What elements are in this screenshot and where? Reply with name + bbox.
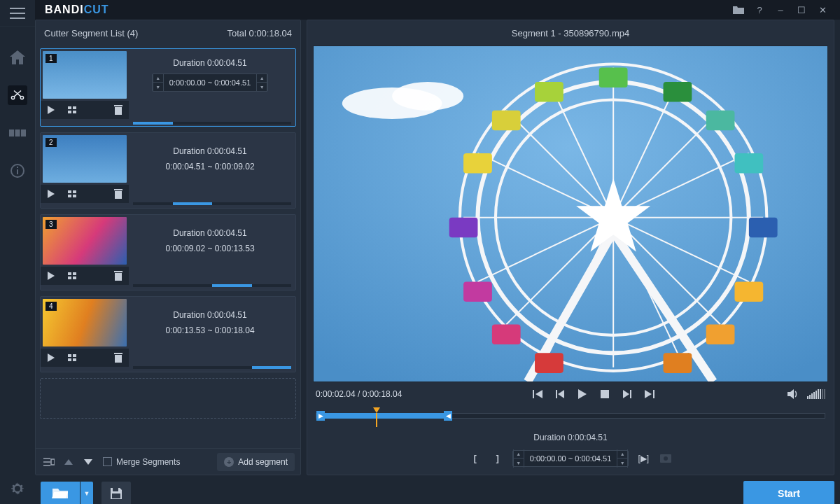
play-button[interactable] <box>574 386 591 402</box>
mark-in-button[interactable]: [ <box>468 451 483 466</box>
empty-segment-slot[interactable] <box>40 378 296 419</box>
segment-thumbnail[interactable]: 4 <box>43 299 127 346</box>
svg-rect-48 <box>449 218 478 238</box>
volume-level[interactable] <box>807 389 825 399</box>
svg-rect-3 <box>15 130 20 136</box>
preview-title: Segment 1 - 350896790.mp4 <box>307 20 834 46</box>
start-button[interactable]: Start <box>743 481 834 504</box>
svg-point-61 <box>664 456 668 461</box>
merge-segments-checkbox[interactable]: Merge Segments <box>103 457 180 467</box>
segment-item[interactable]: 3 Duration 0:00:04.51 0:00:09.02 ~ 0:00:… <box>40 214 296 290</box>
open-file-dropdown[interactable]: ▼ <box>80 482 93 504</box>
svg-rect-58 <box>630 390 631 398</box>
video-preview[interactable] <box>313 46 828 382</box>
segment-grid-button[interactable] <box>62 267 83 285</box>
segment-grid-button[interactable] <box>62 185 83 203</box>
svg-rect-43 <box>749 218 778 238</box>
add-segment-label: Add segment <box>238 457 288 467</box>
segment-grid-button[interactable] <box>62 349 83 367</box>
segment-index: 4 <box>46 302 57 311</box>
svg-rect-47 <box>463 281 492 302</box>
svg-rect-22 <box>68 276 71 279</box>
preview-duration: Duration 0:00:04.51 <box>307 428 834 447</box>
range-start-handle[interactable]: ▶ <box>316 411 325 421</box>
move-down-icon[interactable] <box>80 454 96 470</box>
segment-delete-button[interactable] <box>108 267 129 285</box>
svg-rect-6 <box>17 169 18 174</box>
chev-up-icon[interactable]: ▲ <box>153 74 164 83</box>
segment-range-input[interactable]: ▲▼ 0:00:00.00 ~ 0:00:04.51 ▲▼ <box>152 74 269 92</box>
settings-icon[interactable] <box>8 484 27 504</box>
open-file-button[interactable] <box>41 482 80 504</box>
segment-item[interactable]: 1 Duration 0:00:04.51 ▲▼ 0:00:00.00 ~ 0:… <box>40 48 296 127</box>
cut-icon[interactable] <box>8 85 27 105</box>
maximize-button[interactable]: ☐ <box>791 0 812 20</box>
segment-delete-button[interactable] <box>108 185 129 203</box>
close-button[interactable]: ✕ <box>812 0 833 20</box>
chev-down-icon[interactable]: ▼ <box>256 83 267 92</box>
range-end-handle[interactable]: ◀ <box>444 411 452 421</box>
segment-thumbnail[interactable]: 2 <box>43 135 127 183</box>
step-fwd-button[interactable] <box>619 386 636 402</box>
svg-rect-9 <box>73 106 76 109</box>
chev-down-icon[interactable]: ▼ <box>617 458 628 468</box>
prev-segment-button[interactable] <box>529 386 546 402</box>
info-icon[interactable] <box>8 161 27 181</box>
snapshot-button[interactable] <box>658 451 673 466</box>
segment-item[interactable]: 2 Duration 0:00:04.51 0:00:04.51 ~ 0:00:… <box>40 132 296 209</box>
segment-progress <box>133 122 291 125</box>
chev-up-icon[interactable]: ▲ <box>256 74 267 83</box>
save-button[interactable] <box>102 482 131 504</box>
chev-up-icon[interactable]: ▲ <box>513 449 524 458</box>
svg-rect-11 <box>73 111 76 113</box>
next-segment-button[interactable] <box>641 386 658 402</box>
merge-segments-label: Merge Segments <box>116 457 180 467</box>
home-icon[interactable] <box>8 48 27 67</box>
svg-rect-49 <box>463 153 492 174</box>
playhead[interactable] <box>373 407 380 413</box>
help-button[interactable]: ? <box>749 0 770 20</box>
segment-play-button[interactable] <box>41 349 62 367</box>
segment-grid-button[interactable] <box>62 101 83 119</box>
segment-index: 1 <box>46 54 57 63</box>
volume-icon[interactable] <box>785 386 802 402</box>
svg-rect-30 <box>115 355 122 363</box>
add-segment-button[interactable]: + Add segment <box>217 453 295 471</box>
chev-down-icon[interactable]: ▼ <box>153 83 164 92</box>
play-range-button[interactable]: [▶] <box>636 451 651 466</box>
svg-rect-24 <box>115 273 122 281</box>
list-options-icon[interactable] <box>41 454 57 470</box>
open-folder-button[interactable] <box>728 0 749 20</box>
title-bar: BANDICUT ? – ☐ ✕ <box>35 0 840 20</box>
mark-out-button[interactable]: ] <box>490 451 505 466</box>
chev-down-icon[interactable]: ▼ <box>513 458 524 468</box>
segment-delete-button[interactable] <box>108 349 129 367</box>
segment-item[interactable]: 4 Duration 0:00:04.51 0:00:13.53 ~ 0:00:… <box>40 296 296 372</box>
minimize-button[interactable]: – <box>770 0 791 20</box>
transport-bar: 0:00:02.04 / 0:00:18.04 <box>307 382 834 406</box>
segment-range-value: 0:00:04.51 ~ 0:00:09.02 <box>165 162 254 172</box>
segment-play-button[interactable] <box>41 101 62 119</box>
chev-up-icon[interactable]: ▲ <box>617 449 628 458</box>
segment-play-button[interactable] <box>41 185 62 203</box>
segment-thumbnail[interactable]: 1 <box>43 51 127 99</box>
svg-rect-23 <box>73 276 76 279</box>
segment-progress <box>133 284 291 287</box>
menu-button[interactable] <box>0 0 35 27</box>
svg-rect-40 <box>599 68 628 88</box>
svg-rect-21 <box>73 272 76 275</box>
svg-rect-54 <box>706 325 735 345</box>
segment-thumbnail[interactable]: 3 <box>43 217 127 265</box>
svg-rect-50 <box>535 82 564 102</box>
timeline[interactable]: ▶ ◀ <box>316 406 825 424</box>
preview-range-input[interactable]: ▲▼ 0:00:00.00 ~ 0:00:04.51 ▲▼ <box>512 450 629 467</box>
segment-delete-button[interactable] <box>108 101 129 119</box>
move-up-icon[interactable] <box>61 454 76 470</box>
workspace: Cutter Segment List (4) Total 0:00:18.04… <box>35 20 840 481</box>
segment-list: 1 Duration 0:00:04.51 ▲▼ 0:00:00.00 ~ 0:… <box>36 46 300 448</box>
stop-button[interactable] <box>596 386 613 402</box>
join-icon[interactable] <box>8 123 27 143</box>
step-back-button[interactable] <box>552 386 568 402</box>
segment-play-button[interactable] <box>41 267 62 285</box>
mark-row: [ ] ▲▼ 0:00:00.00 ~ 0:00:04.51 ▲▼ [▶] <box>307 447 834 470</box>
